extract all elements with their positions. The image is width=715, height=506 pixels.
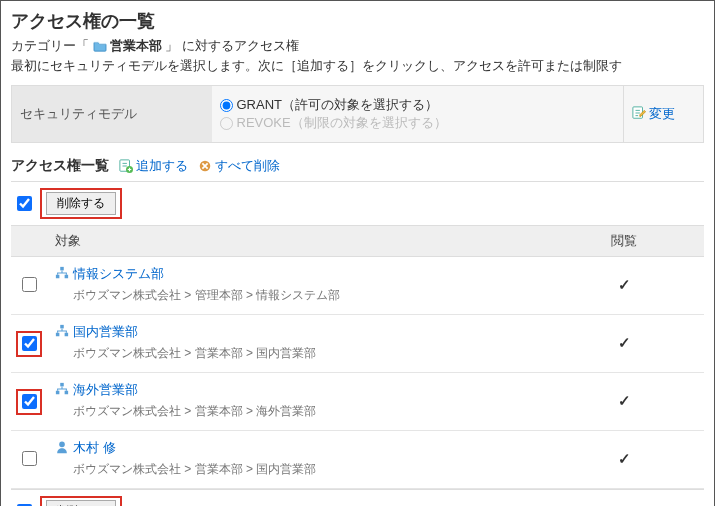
check-icon: ✓ [618,276,631,293]
svg-rect-4 [60,266,64,270]
delete-all-link-label: すべて削除 [215,157,280,175]
grant-radio[interactable] [220,99,233,112]
breadcrumb-suffix: 」 に対するアクセス権 [165,38,299,53]
row-checkbox-wrap [22,454,37,469]
breadcrumb-category: 営業本部 [110,37,162,55]
row-checkbox-cell [11,315,47,373]
row-checkbox[interactable] [22,394,37,409]
svg-rect-5 [56,274,60,278]
col-view: 閲覧 [544,226,704,257]
table-row: 情報システム部ボウズマン株式会社 > 管理本部 > 情報システム部✓ [11,257,704,315]
breadcrumb-prefix: カテゴリー「 [11,38,89,53]
row-checkbox-highlight [16,389,42,415]
add-icon [119,159,133,173]
action-bar-bottom: 削除する [11,489,704,506]
delete-all-link[interactable]: すべて削除 [198,157,280,175]
target-link[interactable]: 情報システム部 [73,265,164,283]
row-view-cell: ✓ [544,315,704,373]
row-checkbox-cell [11,257,47,315]
row-checkbox-cell [11,431,47,489]
row-view-cell: ✓ [544,431,704,489]
target-link[interactable]: 海外営業部 [73,381,138,399]
target-path: ボウズマン株式会社 > 営業本部 > 国内営業部 [55,345,536,362]
svg-rect-6 [65,274,69,278]
row-checkbox-wrap [22,280,37,295]
action-bar-top: 削除する [11,181,704,225]
org-icon [55,266,69,283]
folder-chip: 営業本部 [93,37,162,55]
revoke-label: REVOKE（制限の対象を選択する） [237,114,447,132]
change-link[interactable]: 変更 [632,105,675,123]
target-path: ボウズマン株式会社 > 営業本部 > 海外営業部 [55,403,536,420]
row-checkbox-cell [11,373,47,431]
target-name: 木村 修 [55,439,536,457]
svg-point-13 [59,441,65,447]
target-link[interactable]: 木村 修 [73,439,116,457]
row-checkbox[interactable] [22,277,37,292]
target-path: ボウズマン株式会社 > 管理本部 > 情報システム部 [55,287,536,304]
change-link-label: 変更 [649,105,675,123]
col-checkbox [11,226,47,257]
row-checkbox-highlight [16,331,42,357]
row-view-cell: ✓ [544,257,704,315]
table-row: 木村 修ボウズマン株式会社 > 営業本部 > 国内営業部✓ [11,431,704,489]
grant-label: GRANT（許可の対象を選択する） [237,96,439,114]
delete-bottom-highlight: 削除する [40,496,122,506]
target-path: ボウズマン株式会社 > 営業本部 > 国内営業部 [55,461,536,478]
org-icon [55,324,69,341]
col-target: 対象 [47,226,544,257]
check-icon: ✓ [618,392,631,409]
row-target-cell: 情報システム部ボウズマン株式会社 > 管理本部 > 情報システム部 [47,257,544,315]
org-icon [55,382,69,399]
add-link-label: 追加する [136,157,188,175]
row-target-cell: 海外営業部ボウズマン株式会社 > 営業本部 > 海外営業部 [47,373,544,431]
svg-rect-9 [65,332,69,336]
delete-button-bottom[interactable]: 削除する [46,500,116,506]
access-list-table: 対象 閲覧 情報システム部ボウズマン株式会社 > 管理本部 > 情報システム部✓… [11,225,704,489]
edit-icon [632,106,646,123]
row-view-cell: ✓ [544,373,704,431]
table-row: 国内営業部ボウズマン株式会社 > 営業本部 > 国内営業部✓ [11,315,704,373]
delete-button-top[interactable]: 削除する [46,192,116,215]
row-target-cell: 国内営業部ボウズマン株式会社 > 営業本部 > 国内営業部 [47,315,544,373]
svg-rect-7 [60,324,64,328]
add-link[interactable]: 追加する [119,157,188,175]
svg-rect-10 [60,382,64,386]
delete-top-highlight: 削除する [40,188,122,219]
svg-rect-11 [56,390,60,394]
row-checkbox[interactable] [22,336,37,351]
breadcrumb: カテゴリー「 営業本部 」 に対するアクセス権 [11,37,704,55]
svg-rect-8 [56,332,60,336]
list-header: アクセス権一覧 [11,157,109,175]
select-all-top[interactable] [17,196,32,211]
target-link[interactable]: 国内営業部 [73,323,138,341]
user-icon [55,440,69,457]
security-model-table: セキュリティモデル GRANT（許可の対象を選択する） REVOKE（制限の対象… [11,85,704,143]
svg-rect-12 [65,390,69,394]
check-icon: ✓ [618,334,631,351]
folder-icon [93,40,107,52]
revoke-option[interactable]: REVOKE（制限の対象を選択する） [220,114,616,132]
row-target-cell: 木村 修ボウズマン株式会社 > 営業本部 > 国内営業部 [47,431,544,489]
row-checkbox[interactable] [22,451,37,466]
page-title: アクセス権の一覧 [11,9,704,33]
target-name: 情報システム部 [55,265,536,283]
table-row: 海外営業部ボウズマン株式会社 > 営業本部 > 海外営業部✓ [11,373,704,431]
target-name: 国内営業部 [55,323,536,341]
target-name: 海外営業部 [55,381,536,399]
list-header-row: アクセス権一覧 追加する すべて削除 [11,157,704,175]
description: 最初にセキュリティモデルを選択します。次に［追加する］をクリックし、アクセスを許… [11,57,704,75]
security-model-label: セキュリティモデル [12,86,212,143]
grant-option[interactable]: GRANT（許可の対象を選択する） [220,96,616,114]
revoke-radio[interactable] [220,117,233,130]
delete-all-icon [198,159,212,173]
check-icon: ✓ [618,450,631,467]
